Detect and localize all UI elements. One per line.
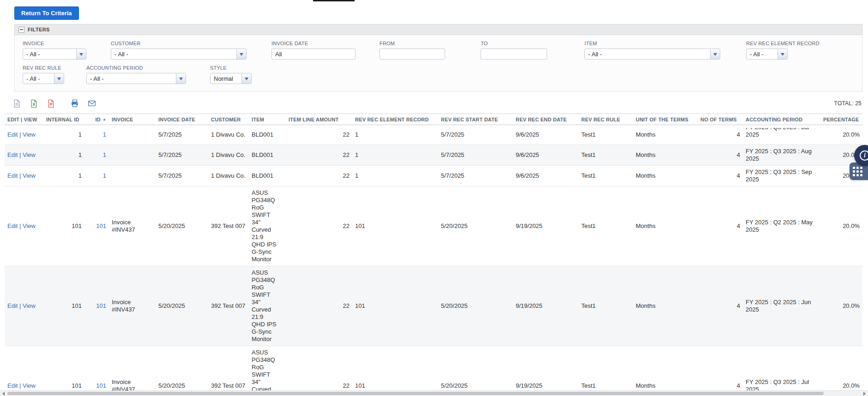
cell-accounting-period: FY 2025 : Q3 2025 : Aug 2025	[743, 145, 820, 166]
cell-no-of-terms: 4	[698, 125, 743, 145]
col-header-invoice[interactable]: INVOICE	[109, 114, 156, 125]
scroll-left-icon[interactable]	[0, 391, 6, 396]
cell-accounting-period: FY 2025 : Q2 2025 : Jun 2025	[743, 266, 820, 346]
table-header-row: EDIT | VIEW INTERNAL ID ID▲ INVOICE INVO…	[5, 114, 862, 125]
cell-rev-rec-rule: Test1	[579, 166, 633, 186]
id-link[interactable]: 101	[96, 302, 106, 309]
edit-link[interactable]: Edit	[7, 382, 18, 389]
col-header-edit-view[interactable]: EDIT | VIEW	[5, 114, 43, 125]
table-row: Edit | View 101 101 Invoice #INV437 5/20…	[5, 186, 862, 266]
cell-invoice	[109, 125, 156, 145]
item-select-value: - All -	[585, 49, 710, 59]
export-pdf-icon[interactable]	[45, 98, 56, 109]
filter-accounting-period: ACCOUNTING PERIOD - All -	[86, 65, 186, 84]
print-icon[interactable]	[69, 98, 80, 109]
col-header-unit-of-the-terms[interactable]: UNIT OF THE TERMS	[633, 114, 698, 125]
id-link[interactable]: 1	[103, 172, 106, 179]
col-header-customer[interactable]: CUSTOMER	[208, 114, 249, 125]
cell-rev-rec-rule: Test1	[579, 145, 633, 166]
view-link[interactable]: View	[23, 131, 36, 138]
customer-select[interactable]: - All -	[111, 48, 247, 60]
chevron-down-icon[interactable]	[54, 73, 64, 84]
accounting-period-select[interactable]: - All -	[86, 73, 186, 84]
cell-unit-of-the-terms: Months	[633, 166, 698, 186]
cell-percentage: 20.0%	[820, 266, 862, 346]
cell-accounting-period: FY 2025 : Q3 2025 : Sep 2025	[743, 166, 820, 186]
edit-link[interactable]: Edit	[7, 151, 18, 158]
cell-percentage: 20.0%	[820, 186, 862, 266]
cell-item-line-amount: 22	[286, 125, 352, 145]
edit-link[interactable]: Edit	[7, 302, 18, 309]
col-header-id[interactable]: ID▲	[84, 114, 109, 125]
col-header-internal-id[interactable]: INTERNAL ID	[43, 114, 84, 125]
cell-rev-rec-rule: Test1	[579, 266, 633, 346]
cell-edit-view: Edit | View	[5, 186, 43, 266]
table-row: Edit | View 101 101 Invoice #INV437 5/20…	[5, 346, 862, 396]
chevron-down-icon[interactable]	[778, 49, 787, 59]
results-toolbar: X TOTAL: 25	[0, 96, 868, 112]
chevron-down-icon[interactable]	[710, 49, 720, 59]
email-icon[interactable]	[86, 98, 97, 109]
cell-internal-id: 1	[43, 125, 84, 145]
from-date-input[interactable]	[380, 48, 445, 60]
cell-id: 101	[84, 266, 109, 346]
invoice-date-input[interactable]	[271, 48, 356, 60]
col-header-item[interactable]: ITEM	[249, 114, 286, 125]
to-date-input[interactable]	[481, 48, 547, 60]
table-row: Edit | View 101 101 Invoice #INV437 5/20…	[5, 266, 862, 346]
style-select[interactable]: Normal	[210, 73, 252, 84]
cell-rev-rec-start-date: 5/20/2025	[438, 186, 513, 266]
filter-item-label: ITEM	[585, 41, 720, 46]
cell-internal-id: 101	[43, 266, 84, 346]
chevron-down-icon[interactable]	[241, 73, 251, 84]
id-link[interactable]: 101	[96, 382, 106, 389]
collapse-icon[interactable]	[18, 27, 24, 33]
total-count: TOTAL: 25	[834, 100, 862, 107]
item-select[interactable]: - All -	[585, 48, 720, 60]
col-header-rev-rec-end-date[interactable]: REV REC END DATE	[513, 114, 579, 125]
view-link[interactable]: View	[23, 382, 36, 389]
view-link[interactable]: View	[23, 222, 36, 229]
chevron-down-icon[interactable]	[176, 73, 186, 84]
chevron-down-icon[interactable]	[236, 49, 246, 59]
cell-no-of-terms: 4	[698, 186, 743, 266]
cell-no-of-terms: 4	[698, 266, 743, 346]
rev-rec-element-record-select[interactable]: - All -	[746, 48, 788, 60]
col-header-rev-rec-rule[interactable]: REV REC RULE	[579, 114, 633, 125]
horizontal-scrollbar[interactable]	[0, 390, 868, 396]
sort-ascending-icon: ▲	[102, 117, 106, 121]
filter-invoice-label: INVOICE	[23, 41, 86, 46]
edit-link[interactable]: Edit	[7, 131, 18, 138]
col-header-no-of-terms[interactable]: NO OF TERMS	[698, 114, 743, 125]
id-link[interactable]: 101	[96, 222, 106, 229]
id-link[interactable]: 1	[103, 131, 106, 138]
chevron-down-icon[interactable]	[76, 49, 86, 59]
export-csv-icon[interactable]	[11, 98, 22, 109]
view-link[interactable]: View	[23, 302, 36, 309]
view-link[interactable]: View	[23, 151, 36, 158]
col-header-percentage[interactable]: PERCENTAGE	[820, 114, 862, 125]
invoice-select[interactable]: - All -	[23, 48, 86, 60]
col-header-accounting-period[interactable]: ACCOUNTING PERIOD	[743, 114, 820, 125]
filter-rev-rec-element-record: REV REC ELEMENT RECORD - All -	[746, 41, 802, 60]
col-header-rev-rec-start-date[interactable]: REV REC START DATE	[438, 114, 513, 125]
grid-dots-icon	[853, 167, 862, 176]
col-header-item-line-amount[interactable]: ITEM LINE AMOUNT	[286, 114, 352, 125]
edit-link[interactable]: Edit	[7, 172, 18, 179]
id-link[interactable]: 1	[103, 151, 106, 158]
cell-invoice-date: 5/20/2025	[156, 266, 208, 346]
filters-header[interactable]: FILTERS	[14, 24, 862, 35]
edit-link[interactable]: Edit	[7, 222, 18, 229]
invoice-select-value: - All -	[23, 49, 76, 59]
export-excel-icon[interactable]: X	[28, 98, 39, 109]
scroll-right-icon[interactable]	[862, 391, 868, 396]
col-header-invoice-date[interactable]: INVOICE DATE	[156, 114, 208, 125]
view-link[interactable]: View	[23, 172, 36, 179]
cell-customer: 1 Divavu Co.	[208, 145, 249, 166]
cell-invoice-date: 5/7/2025	[156, 125, 208, 145]
col-header-label: CUSTOMER	[211, 117, 241, 122]
col-header-rev-rec-element-record[interactable]: REV REC ELEMENT RECORD	[352, 114, 438, 125]
return-to-criteria-button[interactable]: Return To Criteria	[14, 6, 79, 20]
scrollbar-thumb[interactable]	[7, 392, 824, 395]
rev-rec-rule-select[interactable]: - All -	[23, 73, 64, 84]
